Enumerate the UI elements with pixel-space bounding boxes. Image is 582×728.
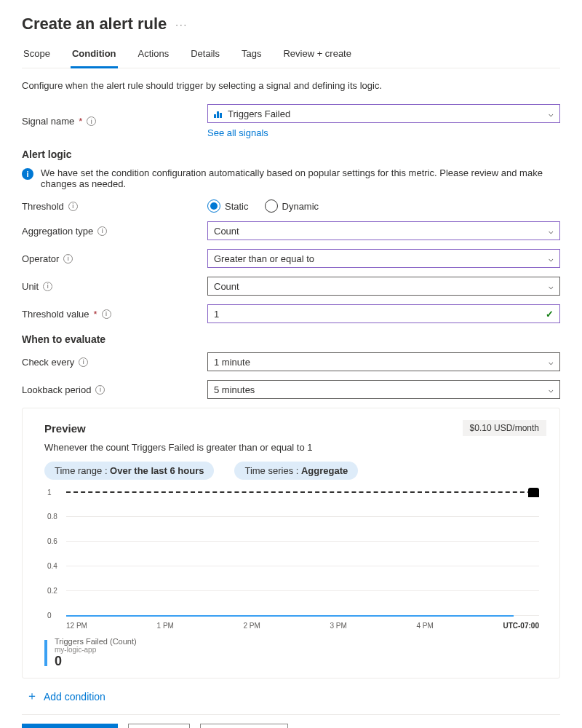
unit-select[interactable]: Count ⌵ [207,277,560,296]
threshold-static-radio[interactable]: Static [207,199,249,213]
chart-legend: Triggers Failed (Count) my-logic-app 0 [44,637,546,669]
tab-bar: Scope Condition Actions Details Tags Rev… [22,44,560,68]
required-indicator: * [94,309,97,320]
aggregation-label: Aggregation type [22,226,93,237]
legend-color-swatch [44,640,47,666]
threshold-label: Threshold [22,201,64,212]
info-icon[interactable]: i [79,357,88,367]
chevron-down-icon: ⌵ [549,109,554,119]
legend-title: Triggers Failed (Count) [55,637,137,646]
signal-name-value: Triggers Failed [228,108,290,119]
chart-series-line [66,615,514,617]
info-icon[interactable]: i [68,202,78,211]
chevron-down-icon: ⌵ [549,385,554,395]
unit-value: Count [214,281,239,292]
chart-x-axis: 12 PM 1 PM 2 PM 3 PM 4 PM UTC-07:00 [66,622,539,630]
see-all-signals-link[interactable]: See all signals [207,127,268,138]
lookback-select[interactable]: 5 minutes ⌵ [207,380,560,399]
chevron-down-icon: ⌵ [549,254,554,264]
threshold-static-label: Static [225,201,249,212]
info-icon[interactable]: i [63,254,73,264]
previous-button[interactable]: Previous [128,724,190,728]
valid-check-icon: ✓ [546,309,554,320]
alert-logic-heading: Alert logic [22,149,560,160]
lookback-label: Lookback period [22,384,91,395]
operator-select[interactable]: Greater than or equal to ⌵ [207,249,560,268]
tab-tags[interactable]: Tags [240,44,263,68]
tab-review-create[interactable]: Review + create [282,44,353,68]
check-every-value: 1 minute [214,357,250,368]
info-icon[interactable]: i [87,116,96,126]
time-series-pill[interactable]: Time series : Aggregate [234,462,358,480]
legend-subtitle: my-logic-app [55,646,137,654]
threshold-value-input[interactable]: 1 ✓ [207,304,560,323]
info-banner-text: We have set the condition configuration … [41,167,560,189]
tab-details[interactable]: Details [189,44,221,68]
signal-name-label: Signal name [22,116,74,127]
preview-chart: 1 0.8 0.6 0.4 0.2 0 12 PM 1 PM 2 PM 3 PM… [44,488,546,634]
aggregation-value: Count [214,226,239,237]
threshold-dynamic-radio[interactable]: Dynamic [265,199,319,213]
add-condition-button[interactable]: ＋ Add condition [26,689,560,704]
when-to-evaluate-heading: When to evaluate [22,333,560,345]
chevron-down-icon: ⌵ [549,226,554,236]
info-icon[interactable]: i [97,226,107,236]
aggregation-select[interactable]: Count ⌵ [207,221,560,240]
chevron-down-icon: ⌵ [549,357,554,367]
threshold-line: 1 [66,491,539,493]
threshold-dynamic-label: Dynamic [282,201,319,212]
chevron-down-icon: ⌵ [549,282,554,291]
legend-value: 0 [55,654,137,669]
info-icon[interactable]: i [102,309,111,319]
check-every-label: Check every [22,357,74,368]
preview-panel: Preview $0.10 USD/month Whenever the cou… [22,408,560,678]
operator-value: Greater than or equal to [214,253,314,264]
page-title: Create an alert rule [22,15,167,33]
info-banner-icon: i [22,168,33,180]
check-every-select[interactable]: 1 minute ⌵ [207,352,560,371]
review-create-button[interactable]: Review + create [22,724,118,728]
plus-icon: ＋ [26,689,38,704]
lookback-value: 5 minutes [214,384,255,395]
tab-description: Configure when the alert rule should tri… [22,80,560,91]
metric-icon [214,109,222,118]
threshold-value-label: Threshold value [22,309,89,320]
info-icon[interactable]: i [95,385,105,395]
tab-scope[interactable]: Scope [22,44,52,68]
time-range-pill[interactable]: Time range : Over the last 6 hours [44,462,214,480]
next-actions-button[interactable]: Next: Actions > [200,724,288,728]
threshold-value: 1 [214,309,219,320]
info-icon[interactable]: i [43,282,52,291]
preview-sentence: Whenever the count Triggers Failed is gr… [44,442,546,453]
unit-label: Unit [22,281,39,292]
required-indicator: * [79,116,82,127]
more-menu-icon[interactable]: ··· [175,19,188,30]
tab-condition[interactable]: Condition [71,44,118,68]
signal-name-select[interactable]: Triggers Failed ⌵ [207,104,560,123]
tab-actions[interactable]: Actions [137,44,171,68]
price-badge: $0.10 USD/month [463,420,546,436]
threshold-marker-icon [528,488,539,497]
preview-heading: Preview [44,422,86,435]
add-condition-label: Add condition [44,691,105,703]
operator-label: Operator [22,253,59,264]
